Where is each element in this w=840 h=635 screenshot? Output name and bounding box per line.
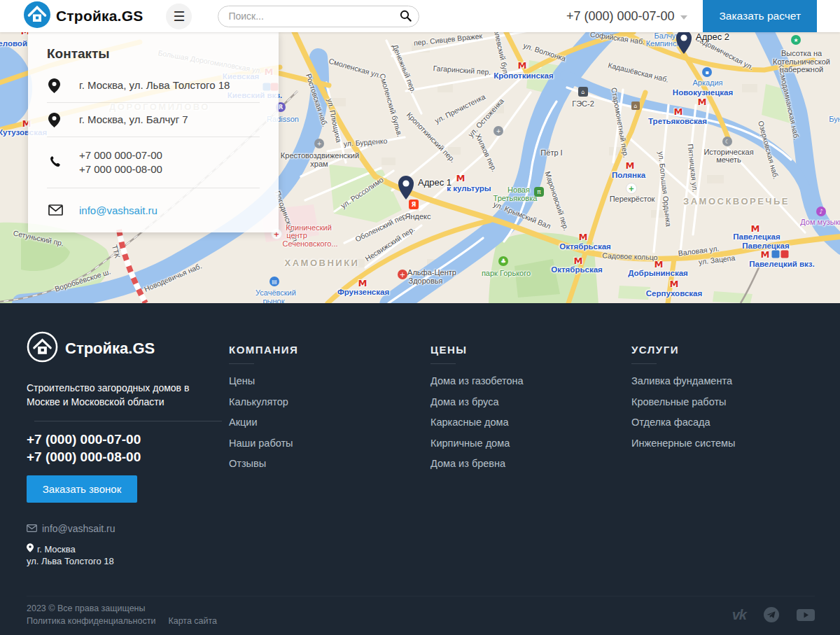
metro-icon: М bbox=[697, 97, 707, 106]
request-call-button[interactable]: Заказать звонок bbox=[27, 475, 137, 503]
envelope-icon bbox=[47, 204, 79, 216]
map-label: Усачёвский bbox=[255, 288, 296, 297]
footer-logo[interactable]: Стройка.GS bbox=[27, 331, 229, 365]
address-marker-icon[interactable] bbox=[675, 32, 693, 57]
chevron-down-icon[interactable] bbox=[680, 15, 687, 20]
ges-icon: ⌂ bbox=[578, 87, 588, 97]
youtube-icon[interactable] bbox=[797, 608, 815, 622]
footer-email-link[interactable]: info@vashsait.ru bbox=[42, 523, 115, 534]
vk-icon[interactable]: vk bbox=[732, 607, 746, 623]
footer-grid: Стройка.GS Строительство загородных домо… bbox=[0, 303, 840, 568]
footer-link[interactable]: Каркасные дома bbox=[430, 417, 631, 428]
bag-icon: ▪ bbox=[702, 67, 712, 77]
logo-title: Стройка.GS bbox=[56, 8, 143, 25]
contact-phone-1[interactable]: +7 000 000-07-00 bbox=[79, 149, 162, 161]
telegram-icon[interactable] bbox=[763, 606, 780, 623]
metro-icon: М bbox=[750, 223, 760, 233]
contact-address-1: г. Москва, ул. Льва Толстого 18 bbox=[79, 78, 230, 92]
church-icon: + bbox=[493, 126, 503, 136]
map-label: Новая bbox=[507, 186, 530, 194]
menu-button[interactable]: ☰ bbox=[166, 4, 192, 29]
footer-link[interactable]: Кирпичные дома bbox=[430, 438, 631, 449]
metro-icon: М bbox=[654, 259, 664, 269]
footer-link[interactable]: Отделка фасада bbox=[631, 417, 840, 428]
footer-link[interactable]: Дома из газобетона bbox=[430, 375, 631, 386]
footer-link[interactable]: Заливка фундамента bbox=[631, 375, 840, 386]
map-label: Павелецкая bbox=[733, 232, 780, 241]
search-input[interactable] bbox=[218, 6, 419, 27]
metro-icon: М bbox=[573, 256, 583, 265]
footer-link[interactable]: Дома из бруса bbox=[430, 396, 631, 407]
footer-column-1: КОМПАНИЯЦеныКалькуляторАкцииНаши работыО… bbox=[229, 303, 430, 568]
search-box bbox=[218, 6, 419, 27]
address-marker-icon[interactable] bbox=[397, 175, 415, 203]
map-label: Высотка на bbox=[781, 49, 822, 57]
sqr-icon bbox=[781, 251, 789, 258]
star-icon: ★ bbox=[791, 35, 801, 45]
map-label: Фрунзенская bbox=[337, 288, 389, 296]
church-icon: + bbox=[314, 139, 324, 148]
map-label: Третьяковка bbox=[493, 194, 538, 202]
footer-link[interactable]: Отзывы bbox=[229, 458, 430, 469]
metro-icon: М bbox=[578, 232, 588, 242]
footer-link[interactable]: Инженерные системы bbox=[631, 438, 840, 449]
location-pin-icon bbox=[47, 113, 79, 127]
footer-bottom-link[interactable]: Карта сайта bbox=[168, 615, 217, 627]
contacts-title: Контакты bbox=[28, 32, 279, 62]
footer-phones[interactable]: +7 (000) 000-07-00 +7 (000) 000-08-00 bbox=[27, 431, 229, 466]
map-label: мечеть bbox=[716, 155, 741, 164]
metro-icon: М bbox=[358, 278, 368, 288]
footer-bottom-link[interactable]: Политика конфиденциальности bbox=[27, 615, 155, 627]
map-label: Пётр I bbox=[540, 148, 562, 157]
footer-phone-1[interactable]: +7 (000) 000-07-00 bbox=[27, 431, 229, 449]
header: Стройка.GS ☰ +7 (000) 000-07-00 Заказать… bbox=[0, 0, 840, 32]
location-pin-icon bbox=[47, 78, 79, 93]
footer-email-row: info@vashsait.ru bbox=[27, 523, 229, 534]
map-label: Добрынинская bbox=[628, 269, 688, 277]
footer-link[interactable]: Цены bbox=[229, 375, 430, 386]
map-label: Октябрьская bbox=[559, 242, 611, 251]
map-label: Кропоткинская bbox=[493, 71, 553, 80]
search-icon[interactable] bbox=[400, 10, 412, 25]
footer-link[interactable]: Дома из бревна bbox=[430, 458, 631, 469]
footer-link[interactable]: Акции bbox=[229, 417, 430, 428]
map-label: к культуры bbox=[447, 184, 491, 193]
footer-link[interactable]: Калькулятор bbox=[229, 396, 430, 407]
metro-icon: М bbox=[517, 60, 527, 70]
footer-link[interactable]: Кровельные работы bbox=[631, 396, 840, 407]
footer-phone-2[interactable]: +7 (000) 000-08-00 bbox=[27, 448, 229, 466]
map-label: ХАМОВНИКИ bbox=[285, 258, 360, 268]
tree-icon: ♣ bbox=[498, 256, 508, 266]
footer-divider bbox=[34, 421, 222, 421]
footer: Стройка.GS Строительство загородных домо… bbox=[0, 303, 840, 635]
map-label: Полянка bbox=[612, 171, 645, 179]
alfa-icon: + bbox=[398, 270, 407, 279]
map-label: Третьяковская bbox=[648, 117, 707, 125]
map-label: Новокузнецкая bbox=[673, 88, 733, 97]
contact-email-link[interactable]: info@vashsait.ru bbox=[79, 204, 158, 216]
footer-company-block: Стройка.GS Строительство загородных домо… bbox=[27, 303, 229, 568]
contact-phones[interactable]: +7 000 000-07-00 +7 000 000-08-00 bbox=[79, 148, 162, 177]
metro-icon: М bbox=[673, 106, 683, 116]
mon-icon: ⌂ bbox=[631, 102, 640, 110]
footer-address-street: ул. Льва Толстого 18 bbox=[27, 555, 229, 568]
sqb-icon bbox=[772, 251, 780, 258]
page: { "header": { "logo": "Стройка.GS", "sea… bbox=[0, 0, 840, 635]
map-label: Дом музыки bbox=[800, 218, 840, 226]
order-calculation-button[interactable]: Заказать расчет bbox=[703, 0, 817, 32]
footer-address: г. Москва ул. Льва Толстого 18 bbox=[27, 543, 229, 568]
address-marker-label: Адрес 2 bbox=[696, 32, 729, 42]
footer-link[interactable]: Наши работы bbox=[229, 438, 430, 449]
address-marker-label: Адрес 1 bbox=[418, 177, 451, 188]
footer-logo-icon bbox=[27, 331, 58, 365]
location-pin-icon bbox=[27, 543, 34, 556]
footer-column-divider bbox=[430, 363, 456, 364]
header-phone[interactable]: +7 (000) 000-07-00 bbox=[566, 9, 675, 24]
envelope-icon bbox=[27, 523, 37, 534]
contact-phone-2[interactable]: +7 000 000-08-00 bbox=[79, 163, 162, 175]
footer-column-title: УСЛУГИ bbox=[631, 344, 840, 356]
logo[interactable]: Стройка.GS bbox=[23, 1, 143, 32]
metro-icon: М bbox=[456, 173, 465, 183]
map[interactable]: пер. Сивцев ВражекГагаринский пер.Смолен… bbox=[0, 32, 840, 303]
map-label: храм bbox=[310, 160, 328, 168]
